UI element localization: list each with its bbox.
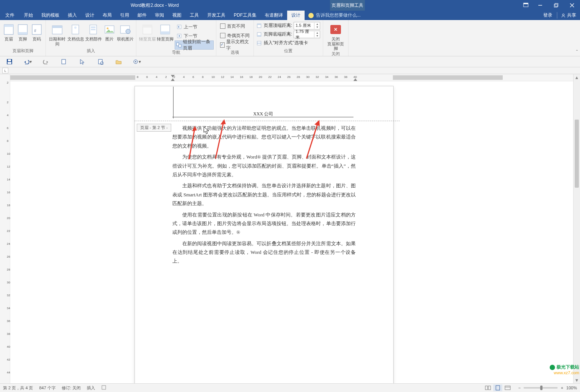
insert-align-tab-button[interactable]: 插入"对齐方式"选项卡 [256,39,308,47]
right-indent-marker[interactable] [353,78,357,81]
ribbon-display-options-button[interactable] [519,0,532,11]
save-button[interactable] [5,58,14,66]
footer-bottom-spinner[interactable]: 1.75 厘米 ▲▼ [294,31,320,38]
zoom-level[interactable]: 100% [566,386,577,390]
web-layout-button[interactable] [503,384,512,391]
vertical-scrollbar[interactable]: ▲ ▼ [573,74,580,383]
page-number-button[interactable]: # 页码 [30,22,43,42]
vertical-ruler[interactable]: 2468101214161820222426283032343638404244… [0,74,10,383]
group-label-hf: 页眉和页脚 [0,48,45,56]
header-top-spinner[interactable]: 1.5 厘米 ▲▼ [294,22,320,30]
tab-layout[interactable]: 布局 [98,11,116,20]
login-link[interactable]: 登录 [543,12,552,19]
touch-mode-button[interactable]: ▾ [133,58,141,66]
tab-mail[interactable]: 邮件 [133,11,151,20]
insert-mode[interactable]: 插入 [87,385,95,391]
datetime-button[interactable]: 日期和时间 [48,22,66,46]
read-mode-button[interactable] [483,384,492,391]
close-header-footer-button[interactable]: ✕ 关闭页眉和页脚 [325,22,346,51]
link-to-previous-button[interactable]: 链接到前一条页眉 [175,40,214,50]
header-icon [2,23,15,36]
tab-tools[interactable]: 工具 [186,11,203,20]
tab-hf-design[interactable]: 设计 [287,11,305,20]
close-window-button[interactable] [564,0,580,11]
svg-rect-47 [62,59,66,64]
collapse-ribbon-button[interactable]: ˆ [576,50,578,55]
tab-my-templates[interactable]: 我的模板 [37,11,64,20]
tab-home[interactable]: 开始 [20,11,37,20]
goto-footer-button[interactable]: 转至页脚 [157,22,174,42]
group-label-close: 关闭 [323,51,348,58]
link-icon [176,42,181,48]
spin-up-icon[interactable]: ▲ [314,23,320,26]
header-distance-icon [256,23,262,29]
section-separator [134,121,400,121]
tab-design[interactable]: 设计 [81,11,98,20]
page-number-icon: # [30,23,43,36]
new-doc-button[interactable] [60,58,68,66]
macro-record-button[interactable] [101,385,106,391]
contextual-tab-header: 页眉和页脚工具 [330,0,365,11]
svg-point-17 [74,26,77,29]
tab-view[interactable]: 视图 [168,11,186,20]
online-pictures-button[interactable]: 联机图片 [117,22,134,42]
tab-file[interactable]: 文件 [0,11,20,20]
svg-rect-11 [18,32,27,34]
docinfo-button[interactable]: 文档信息 [67,22,84,42]
group-label-position: 位置 [254,48,323,56]
pictures-button[interactable]: 图片 [103,22,116,42]
header-text[interactable]: XXX 公司 [134,111,392,117]
document-viewport[interactable]: 8642246810121416182022242628303234363840… [10,74,580,383]
goto-header-button: 转至页眉 [139,22,156,42]
print-layout-button[interactable] [493,384,502,391]
goto-header-icon [141,23,154,36]
svg-rect-15 [52,26,62,28]
page-indicator[interactable]: 第 2 页，共 4 页 [3,385,33,391]
share-button[interactable]: 共享 [557,12,576,19]
word-count[interactable]: 847 个字 [39,385,55,391]
tab-developer[interactable]: 开发工具 [203,11,230,20]
redo-button[interactable] [42,58,50,66]
header-gallery-button[interactable]: 页眉 [2,22,16,42]
horizontal-ruler[interactable]: 8642246810121416182022242628303234363840 [10,74,580,81]
svg-marker-48 [80,59,84,64]
show-document-text-checkbox[interactable]: 显示文档文字 [219,40,251,50]
tab-pdf-tools[interactable]: PDF工具集 [230,11,261,20]
scroll-up-button[interactable]: ▲ [574,74,580,81]
open-button[interactable] [114,58,123,66]
tab-insert[interactable]: 插入 [64,11,81,20]
paragraph: 为使您的文档具有专业外观，Word® 提供了页眉、页脚、封面和文本框设计，这些设… [172,152,356,179]
minimize-button[interactable] [532,0,548,11]
footer-from-bottom[interactable]: 页脚底端距离: 1.75 厘米 ▲▼ [256,30,320,38]
tab-references[interactable]: 引用 [116,11,133,20]
zoom-handle[interactable] [540,386,542,390]
zoom-out-button[interactable]: − [518,386,521,390]
restore-button[interactable] [548,0,564,11]
tab-stop-type-button[interactable]: L [2,68,8,73]
footer-gallery-button[interactable]: 页脚 [16,22,30,42]
online-picture-icon [119,23,132,36]
spin-up-icon[interactable]: ▲ [314,31,320,34]
tab-review[interactable]: 审阅 [151,11,168,20]
spin-down-icon[interactable]: ▼ [314,34,320,37]
scroll-thumb[interactable] [575,120,579,188]
hanging-indent-marker[interactable] [171,78,175,81]
document-body-text[interactable]: 视频提供了功能强大的方法帮助您证明您的观点。当您单击联机视频时，可以在想要添加的… [172,124,356,268]
tell-me-search[interactable]: 告诉我您想要做什么... [308,11,361,20]
scroll-down-button[interactable]: ▼ [574,377,580,383]
undo-button[interactable]: ▾ [23,58,32,66]
picture-icon [103,23,116,36]
select-object-button[interactable] [78,58,86,66]
different-first-page-checkbox[interactable]: 首页不同 [219,22,247,31]
tab-youdao[interactable]: 有道翻译 [261,11,287,20]
zoom-slider[interactable] [524,387,558,389]
print-preview-button[interactable] [96,58,105,66]
next-icon [176,33,182,39]
svg-rect-27 [143,25,152,28]
spin-down-icon[interactable]: ▼ [314,26,320,29]
zoom-in-button[interactable]: + [561,386,563,390]
quickparts-button[interactable]: 文档部件 [85,22,102,42]
previous-section-button[interactable]: 上一节 [175,22,214,31]
svg-marker-45 [24,61,26,63]
track-changes-status[interactable]: 修订: 关闭 [62,385,81,391]
